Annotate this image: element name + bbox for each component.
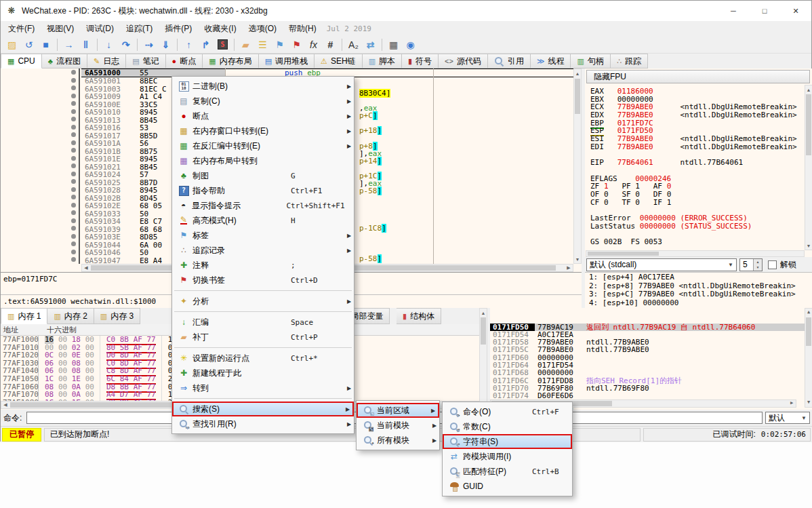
scroll-down-arrow[interactable]: ▼: [805, 399, 812, 407]
tab-跟踪[interactable]: ∴跟踪: [611, 54, 648, 69]
scroll-thumb[interactable]: [806, 94, 811, 155]
calling-convention-select[interactable]: 默认 (stdcall) ▼: [586, 258, 737, 271]
stepper-down-icon[interactable]: ▼: [754, 265, 762, 271]
breakpoint-dot[interactable]: [1, 248, 79, 256]
dump-tab-内存 1[interactable]: ▥内存 1: [1, 308, 47, 324]
calculator-icon[interactable]: ▦: [385, 37, 402, 52]
scroll-left-arrow[interactable]: ◀: [1, 402, 9, 408]
functions-icon[interactable]: fx: [305, 37, 322, 52]
minimize-button[interactable]: ─: [718, 1, 749, 21]
tab-内存布局[interactable]: ▦内存布局: [203, 54, 258, 69]
argument-line[interactable]: 1: [esp+4] A0C17EEA: [589, 273, 812, 282]
register-row[interactable]: EIP 77B64061 ntdll.77B64061: [590, 159, 805, 167]
menubar-item[interactable]: 收藏夹(I): [198, 21, 242, 36]
step-into-icon[interactable]: ↓: [100, 37, 117, 52]
labels-icon[interactable]: ⚑: [271, 37, 288, 52]
menu-item-匹配特征(P)[interactable]: ▒匹配特征(P)Ctrl+B: [443, 464, 572, 479]
menu-item-设置新的运行点[interactable]: ✳设置新的运行点Ctrl+*: [172, 351, 354, 366]
tab-源代码[interactable]: <>源代码: [439, 54, 488, 69]
menu-item-在内存布局中转到[interactable]: ▦在内存布局中转到: [172, 153, 354, 168]
dump-tab-内存 3[interactable]: ▥内存 3: [94, 308, 140, 324]
globe-icon[interactable]: ◉: [402, 37, 419, 52]
menu-item-二进制(B)[interactable]: 01 10二进制(B)▶: [172, 79, 354, 94]
breakpoint-dot[interactable]: [1, 146, 79, 155]
tab-SEH链[interactable]: ⚠SEH链: [314, 54, 363, 69]
scroll-thumb[interactable]: [806, 317, 811, 346]
scroll-up-arrow[interactable]: ▲: [480, 309, 487, 317]
hide-fpu-button[interactable]: 隐藏FPU: [586, 70, 810, 83]
breakpoint-dot[interactable]: [1, 77, 79, 85]
scroll-thumb[interactable]: [481, 317, 486, 345]
menubar-item[interactable]: 帮助(H): [283, 21, 323, 36]
scylla-icon[interactable]: S: [214, 37, 231, 52]
menu-item-制图[interactable]: ♣制图G: [172, 168, 354, 183]
breakpoint-dot[interactable]: [1, 193, 79, 201]
stop-icon[interactable]: ■: [37, 37, 54, 52]
breakpoint-dot[interactable]: [1, 155, 79, 163]
tab-线程[interactable]: ≫线程: [531, 54, 571, 69]
menu-item-当前区域[interactable]: □当前区域▶: [357, 403, 439, 418]
argument-line[interactable]: 4: [esp+10] 00000000: [589, 299, 812, 308]
last-status-row[interactable]: LastStatus 00000000 (STATUS_SUCCESS): [590, 222, 805, 231]
scroll-thumb[interactable]: [588, 252, 659, 256]
scroll-left-arrow[interactable]: ◀: [82, 265, 90, 271]
menubar-item[interactable]: 文件(F): [2, 21, 41, 36]
menu-item-查找引用(R)[interactable]: ∞查找引用(R)▶: [172, 416, 354, 431]
breakpoint-dot[interactable]: [1, 233, 79, 241]
stack-row[interactable]: 0171FD6800000000: [490, 369, 812, 376]
menu-item-复制(C)[interactable]: ▤复制(C)▶: [172, 94, 354, 109]
menubar-item[interactable]: 调试(D): [80, 21, 120, 36]
menu-item-所有模块[interactable]: *所有模块▶: [357, 433, 439, 448]
execute-till-return-icon[interactable]: ↑: [180, 37, 197, 52]
tab-日志[interactable]: ✎日志: [87, 54, 126, 69]
close-button[interactable]: ✕: [780, 1, 811, 21]
breakpoint-dot[interactable]: [1, 139, 79, 147]
menu-item-切换书签[interactable]: ⚑切换书签Ctrl+D: [172, 273, 354, 288]
scroll-up-arrow[interactable]: ▲: [574, 69, 581, 77]
tab-调用堆栈[interactable]: ▤调用堆栈: [259, 54, 314, 69]
tab-脚本[interactable]: ▥脚本: [363, 54, 402, 69]
register-row[interactable]: EDI 77B9ABE0 <ntdll.DbgUiRemoteBreakin>: [590, 143, 805, 151]
step-over-icon[interactable]: ↷: [117, 37, 134, 52]
breakpoint-dot[interactable]: [1, 178, 79, 186]
dump-tab-内存 2[interactable]: ▥内存 2: [47, 308, 94, 324]
menu-item-断点[interactable]: ●断点▶: [172, 109, 354, 123]
scroll-right-arrow[interactable]: ▶: [788, 400, 796, 407]
run-until-expression-icon[interactable]: ⇢: [140, 37, 157, 52]
menu-item-汇编[interactable]: ↓汇编Space: [172, 315, 354, 330]
dump-vscrollbar[interactable]: ▲ ▼: [479, 308, 487, 409]
menu-item-注释[interactable]: ✚注释;: [172, 258, 354, 273]
bookmarks-icon[interactable]: ⚑: [288, 37, 305, 52]
tab-句柄[interactable]: ▥句柄: [571, 54, 610, 69]
run-to-user-code-icon[interactable]: ↱: [197, 37, 214, 52]
menu-item-高亮模式(H)[interactable]: ✎高亮模式(H)H: [172, 213, 354, 228]
menu-item-搜索(S)[interactable]: 搜索(S)▶: [172, 402, 354, 416]
menu-item-字符串(S)[interactable]: "字符串(S): [443, 434, 572, 449]
tab-引用[interactable]: 引用: [488, 54, 531, 69]
dump-tab-结构体[interactable]: ▮结构体: [397, 308, 441, 324]
disasm-vscrollbar[interactable]: ▲ ▼: [573, 69, 582, 264]
menu-item-常数(C)[interactable]: #常数(C): [443, 419, 572, 434]
menu-item-新建线程于此[interactable]: ✚新建线程于此: [172, 366, 354, 380]
breakpoint-dot[interactable]: [1, 123, 79, 132]
segments-row[interactable]: GS 002B FS 0053: [590, 238, 805, 246]
scroll-down-arrow[interactable]: ▼: [574, 255, 581, 263]
scroll-thumb[interactable]: [575, 79, 580, 114]
tab-CPU[interactable]: ▦CPU: [1, 54, 42, 69]
breakpoint-dot[interactable]: [1, 131, 79, 139]
menubar-item[interactable]: 插件(P): [159, 21, 198, 36]
menu-item-指令帮助[interactable]: ?指令帮助Ctrl+F1: [172, 183, 354, 198]
command-profile-select[interactable]: 默认 ▼: [765, 412, 810, 424]
menubar-item[interactable]: 选项(O): [243, 21, 283, 36]
menu-item-在反汇编中转到(E)[interactable]: ▦在反汇编中转到(E)▶: [172, 138, 354, 153]
breakpoint-dot[interactable]: [1, 217, 79, 225]
breakpoint-dot[interactable]: [1, 240, 79, 248]
menu-item-GUID[interactable]: GUID: [443, 479, 572, 494]
flags-row[interactable]: CF 0 TF 0 IF 1: [590, 199, 805, 207]
breakpoint-dot[interactable]: [1, 170, 79, 178]
tab-断点[interactable]: ●断点: [166, 54, 203, 69]
menu-item-命令(O)[interactable]: >命令(O)Ctrl+F: [443, 404, 572, 419]
menu-item-跨模块调用(I)[interactable]: ⇄跨模块调用(I): [443, 449, 572, 464]
scroll-right-arrow[interactable]: ▶: [565, 265, 573, 271]
pause-icon[interactable]: ‖: [77, 37, 94, 52]
